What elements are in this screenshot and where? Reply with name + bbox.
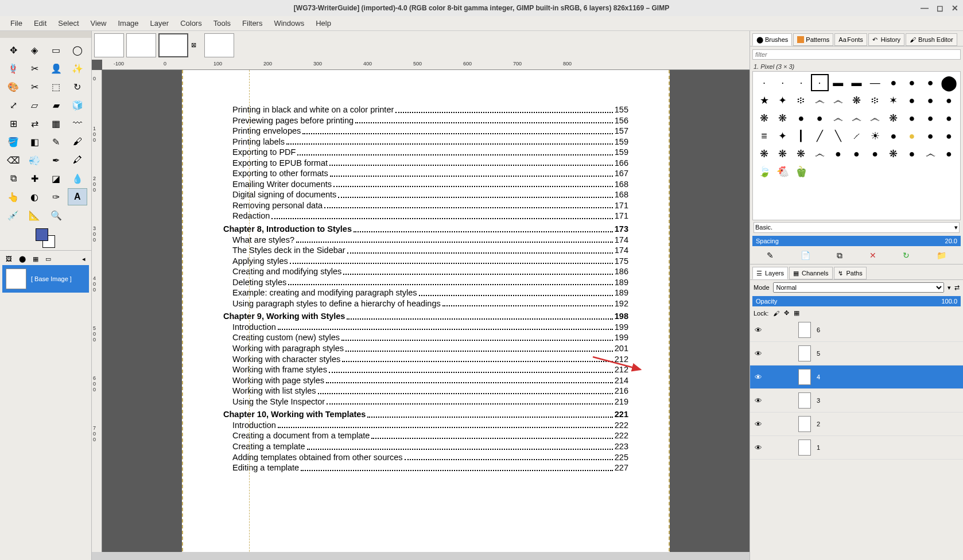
visibility-toggle-icon[interactable]: 👁 [755,326,764,335]
brush-item[interactable]: ❋ [884,145,902,162]
brush-item[interactable]: 🐔 [774,163,791,180]
brush-item[interactable]: ෴ [811,92,829,109]
paintbrush-tool-icon[interactable]: 🖌 [68,133,87,150]
mypaint-brush-tool-icon[interactable]: 🖍 [68,151,87,169]
menu-edit[interactable]: Edit [28,17,52,29]
move-tool-icon[interactable]: ✥ [3,41,23,59]
brush-item[interactable]: ✦ [774,92,791,109]
blur-tool-icon[interactable]: 💧 [68,170,87,187]
foreground-color[interactable] [36,228,48,241]
layer-row[interactable]: 👁4 [750,365,963,389]
brush-item[interactable]: ෴ [848,110,865,127]
tab-channels[interactable]: ▦Channels [789,267,832,279]
clone-tool-icon[interactable]: ⧉ [3,170,23,187]
eraser-tool-icon[interactable]: ⌫ [3,151,23,169]
brush-item[interactable]: ፨ [792,92,810,109]
brush-item[interactable]: ❋ [755,145,773,162]
brush-item[interactable]: ෴ [829,92,847,109]
ink-tool-icon[interactable]: ✒ [46,151,66,169]
smudge-tool-icon[interactable]: 👆 [3,188,23,205]
brush-filter-input[interactable] [752,49,961,60]
gradient-indicator-icon[interactable]: ▭ [43,254,53,264]
delete-brush-icon[interactable]: ✕ [869,251,876,260]
pencil-tool-icon[interactable]: ✎ [46,133,66,150]
brush-item[interactable]: ● [922,92,939,109]
layer-row[interactable]: 👁1 [750,436,963,460]
brush-item[interactable]: ● [940,145,958,162]
text-tool-icon[interactable]: A [68,188,87,205]
brush-item[interactable]: ● [922,127,939,145]
gradient-tool-icon[interactable]: ◧ [25,133,44,150]
image-tab-3[interactable]: ⊠ [158,33,188,57]
refresh-brush-icon[interactable]: ↻ [903,251,910,260]
brush-item[interactable]: ෴ [922,145,939,162]
brush-item[interactable]: ❋ [792,145,810,162]
brush-item[interactable]: ╲ [829,127,847,145]
brush-item[interactable]: ● [903,127,921,145]
menu-view[interactable]: View [85,17,112,29]
horizontal-ruler[interactable]: -100 0 100 200 300 400 500 600 700 800 [102,60,750,70]
bucket-fill-tool-icon[interactable]: 🪣 [3,133,23,150]
visibility-toggle-icon[interactable]: 👁 [755,444,764,452]
brush-item[interactable]: ❋ [848,92,865,109]
lock-pixels-icon[interactable]: 🖌 [773,310,779,317]
brush-item[interactable]: — [866,74,884,91]
images-list-item[interactable]: [ Base Image ] [2,265,89,293]
brush-preset-select[interactable]: Basic.▾ [754,222,960,233]
brush-item[interactable]: ⬤ [940,74,958,91]
cage-tool-icon[interactable]: ▦ [46,115,66,132]
menu-help[interactable]: Help [310,17,337,29]
horizontal-scrollbar[interactable] [92,552,750,560]
brush-item[interactable]: ● [884,127,902,145]
brush-item[interactable]: ⟋ [848,127,865,145]
brush-item[interactable]: ▬ [829,74,847,91]
tab-patterns[interactable]: Patterns [793,33,833,46]
minimize-button[interactable]: — [921,3,929,13]
brush-item[interactable]: · [811,74,829,91]
menu-windows[interactable]: Windows [268,17,310,29]
brush-item[interactable]: ● [922,74,939,91]
brush-item[interactable]: ● [792,110,810,127]
image-tab-4[interactable] [204,33,234,57]
layer-row[interactable]: 👁6 [750,318,963,342]
brush-spacing-slider[interactable]: Spacing 20.0 [752,236,961,246]
menu-image[interactable]: Image [112,17,144,29]
visibility-toggle-icon[interactable]: 👁 [755,396,764,405]
tab-layers[interactable]: ☰Layers [752,267,788,279]
ellipse-select-tool-icon[interactable]: ◯ [68,41,87,59]
brush-item[interactable]: ✶ [884,92,902,109]
brush-item[interactable]: ● [848,145,865,162]
shear-tool-icon[interactable]: ▱ [25,96,44,114]
brush-item[interactable]: ✦ [774,127,791,145]
duplicate-brush-icon[interactable]: ⧉ [837,251,842,260]
brush-item[interactable]: ፨ [866,92,884,109]
lock-position-icon[interactable]: ✥ [784,309,789,317]
align-tool-icon[interactable]: ◈ [25,41,44,59]
airbrush-tool-icon[interactable]: 💨 [25,151,44,169]
brush-item[interactable]: ● [884,74,902,91]
brush-item[interactable]: ● [940,127,958,145]
visibility-toggle-icon[interactable]: 👁 [755,420,764,429]
close-tab-icon[interactable]: ⊠ [191,41,196,49]
paths-tool-icon[interactable]: ✑ [46,188,66,205]
brush-item[interactable]: · [774,74,791,91]
dodge-tool-icon[interactable]: ◐ [25,188,44,205]
perspective-tool-icon[interactable]: ▰ [46,96,66,114]
chevron-down-icon[interactable]: ▾ [948,284,951,291]
menu-layer[interactable]: Layer [145,17,175,29]
heal-tool-icon[interactable]: ✚ [25,170,44,187]
brush-item[interactable]: ☀ [866,127,884,145]
crop-tool-icon[interactable]: ✂ [25,78,44,95]
brush-item[interactable]: 🫑 [792,163,810,180]
tab-paths[interactable]: ↯Paths [834,267,867,279]
rect-select-tool-icon[interactable]: ▭ [46,41,66,59]
tab-history[interactable]: ↶History [868,33,904,46]
handle-transform-tool-icon[interactable]: ⊞ [3,115,23,132]
mode-select[interactable]: Normal [773,282,944,293]
rotate-tool-icon[interactable]: ↻ [68,78,87,95]
canvas[interactable]: Printing in black and white on a color p… [102,70,750,552]
layer-row[interactable]: 👁2 [750,413,963,436]
brush-item[interactable]: ● [903,74,921,91]
brush-item[interactable]: ≡ [755,127,773,145]
brush-item[interactable]: · [792,74,810,91]
